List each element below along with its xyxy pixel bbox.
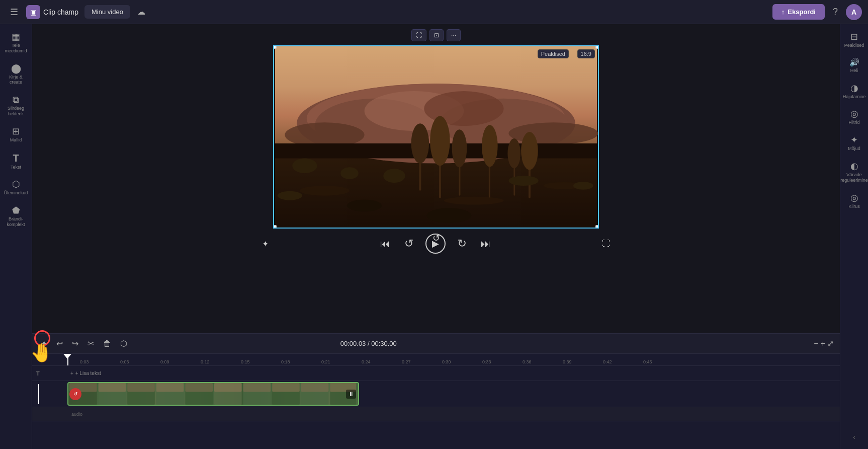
right-item-colorgrade[interactable]: ◐ Värvide reguleerimine bbox=[842, 158, 867, 187]
more-options-button[interactable]: ··· bbox=[447, 29, 461, 41]
svg-point-13 bbox=[383, 169, 405, 183]
add-text-button[interactable]: + + Lisa tekst bbox=[67, 369, 104, 377]
timeline-ruler: 0:03 0:06 0:09 0:12 0:15 0:18 0:21 0:24 … bbox=[32, 354, 840, 366]
left-sidebar: ▦ Teie meediumid ⬤ Kirje & create ⧉ Siir… bbox=[0, 24, 32, 449]
forward-button[interactable]: ↺ bbox=[456, 235, 469, 252]
media-icon: ▦ bbox=[12, 32, 20, 41]
right-item-speed[interactable]: ◎ Kiirus bbox=[842, 189, 867, 213]
sidebar-item-brand[interactable]: ⬟ Brändi­komplekt bbox=[2, 202, 30, 232]
add-media-button[interactable]: ✦ bbox=[38, 337, 50, 350]
export-button[interactable]: ↑ Ekspordi bbox=[772, 4, 825, 20]
crop-button[interactable]: ⛶ bbox=[411, 29, 426, 41]
brand-icon: ⬟ bbox=[12, 206, 20, 215]
logo-icon: ▣ bbox=[26, 5, 40, 19]
svg-point-31 bbox=[278, 191, 302, 200]
right-item-subtitles[interactable]: ⊟ Pealdised bbox=[842, 28, 867, 52]
right-item-audio-label: Heli bbox=[850, 68, 858, 73]
ruler-tick-11: 0:33 bbox=[482, 359, 491, 364]
record-icon: ⬤ bbox=[11, 64, 21, 73]
ruler-tick-15: 0:45 bbox=[643, 359, 652, 364]
resize-handle-tr[interactable] bbox=[595, 45, 599, 49]
clip-pause-icon: ⏸ bbox=[348, 391, 354, 398]
video-preview[interactable] bbox=[273, 45, 599, 229]
text-track: T + + Lisa tekst bbox=[32, 366, 840, 381]
avatar[interactable]: A bbox=[846, 4, 862, 20]
magic-button[interactable]: ✦ bbox=[260, 237, 271, 251]
sidebar-item-transitions[interactable]: ⧉ Siirdeeg heliteek bbox=[2, 91, 30, 121]
preview-area: ⛶ ⊡ ··· bbox=[32, 24, 840, 333]
text-track-icon: T bbox=[36, 370, 40, 377]
right-item-color[interactable]: ◑ Hajutamine bbox=[842, 80, 867, 104]
fullscreen-button[interactable]: ⛶ bbox=[600, 237, 612, 250]
playhead-line-ruler bbox=[67, 354, 68, 365]
topbar: ☰ ▣ Clip champ Minu video ☁ ↑ Ekspordi ?… bbox=[0, 0, 868, 24]
ruler-tick-7: 0:21 bbox=[321, 359, 330, 364]
crop-icon: ⛶ bbox=[416, 32, 422, 39]
audio-icon: 🔊 bbox=[849, 58, 859, 66]
fit-button[interactable]: ⤢ bbox=[827, 339, 834, 348]
sidebar-item-media[interactable]: ▦ Teie meediumid bbox=[2, 28, 30, 58]
right-item-speed-label: Kiirus bbox=[848, 204, 860, 209]
help-button[interactable]: ? bbox=[829, 5, 842, 19]
overlays-icon: ⬡ bbox=[12, 180, 20, 189]
more-icon: ··· bbox=[451, 32, 456, 39]
sidebar-item-overlays[interactable]: ⬡ Üleminekud bbox=[2, 176, 30, 200]
resize-handle-bl[interactable] bbox=[273, 225, 277, 229]
right-item-audio[interactable]: 🔊 Heli bbox=[842, 54, 867, 78]
video-clip[interactable]: ↺ ⏸ bbox=[67, 382, 359, 406]
right-item-effects-label: Mõjud bbox=[848, 146, 860, 152]
zoom-out-button[interactable]: − bbox=[814, 339, 818, 348]
resize-handle-br[interactable] bbox=[595, 225, 599, 229]
resize-handle-tl[interactable] bbox=[273, 45, 277, 49]
svg-rect-52 bbox=[272, 383, 300, 392]
sidebar-item-overlays-label: Üleminekud bbox=[4, 190, 28, 196]
right-sidebar: ⊟ Pealdised 🔊 Heli ◑ Hajutamine ◎ Filtri… bbox=[840, 24, 868, 449]
split-button[interactable]: ⬡ bbox=[118, 337, 130, 350]
svg-point-21 bbox=[482, 125, 498, 167]
svg-point-33 bbox=[426, 208, 471, 223]
svg-rect-49 bbox=[185, 383, 213, 392]
cut-button[interactable]: ✂ bbox=[85, 337, 97, 350]
right-item-filters[interactable]: ◎ Filtrid bbox=[842, 105, 867, 129]
right-item-subtitles-label: Pealdised bbox=[844, 43, 864, 48]
zoom-in-button[interactable]: + bbox=[821, 339, 825, 348]
transitions-icon: ⧉ bbox=[13, 95, 19, 104]
effects-icon: ✦ bbox=[850, 135, 858, 144]
video-track-content: ↺ ⏸ bbox=[67, 381, 840, 407]
layout-button[interactable]: ⊡ bbox=[429, 29, 444, 41]
delete-button[interactable]: 🗑 bbox=[101, 338, 114, 350]
rotate-handle[interactable]: ↺ bbox=[432, 233, 440, 244]
sidebar-item-transitions-label: Siirdeeg heliteek bbox=[5, 106, 27, 117]
redo-button[interactable]: ↪ bbox=[69, 337, 81, 350]
layout-icon: ⊡ bbox=[434, 32, 439, 39]
sidebar-item-text[interactable]: T Tekst bbox=[2, 149, 30, 174]
right-sidebar-collapse-button[interactable]: ‹ bbox=[849, 429, 859, 445]
svg-rect-46 bbox=[99, 383, 126, 392]
undo-button[interactable]: ↩ bbox=[54, 337, 65, 350]
timeline-tracks: T + + Lisa tekst bbox=[32, 366, 840, 449]
svg-point-11 bbox=[292, 159, 317, 174]
video-frame bbox=[274, 46, 598, 228]
sidebar-item-record-label: Kirje & create bbox=[5, 74, 27, 86]
zoom-controls: − + ⤢ bbox=[814, 339, 834, 348]
svg-point-26 bbox=[300, 186, 350, 196]
skip-to-end-button[interactable]: ⏭ bbox=[479, 236, 493, 252]
svg-point-25 bbox=[521, 132, 538, 170]
clip-action-button[interactable]: ↺ bbox=[69, 388, 81, 400]
sidebar-item-record[interactable]: ⬤ Kirje & create bbox=[2, 60, 30, 90]
skip-to-start-button[interactable]: ⏮ bbox=[378, 236, 392, 252]
project-tab[interactable]: Minu video bbox=[84, 5, 130, 19]
color-icon: ◑ bbox=[850, 84, 858, 93]
clip-pause-button[interactable]: ⏸ bbox=[346, 390, 356, 399]
export-icon: ↑ bbox=[782, 8, 785, 16]
templates-icon: ⊞ bbox=[12, 127, 20, 136]
app-name: Clip champ bbox=[43, 8, 78, 16]
save-to-cloud-icon[interactable]: ☁ bbox=[137, 7, 145, 17]
main-area: ▦ Teie meediumid ⬤ Kirje & create ⧉ Siir… bbox=[0, 24, 868, 449]
svg-point-29 bbox=[508, 176, 538, 186]
right-item-effects[interactable]: ✦ Mõjud bbox=[842, 131, 867, 156]
sidebar-item-templates[interactable]: ⊞ Mallid bbox=[2, 123, 30, 147]
rewind-button[interactable]: ↺ bbox=[402, 235, 415, 252]
add-icon: + bbox=[70, 370, 73, 376]
menu-button[interactable]: ☰ bbox=[6, 5, 22, 20]
